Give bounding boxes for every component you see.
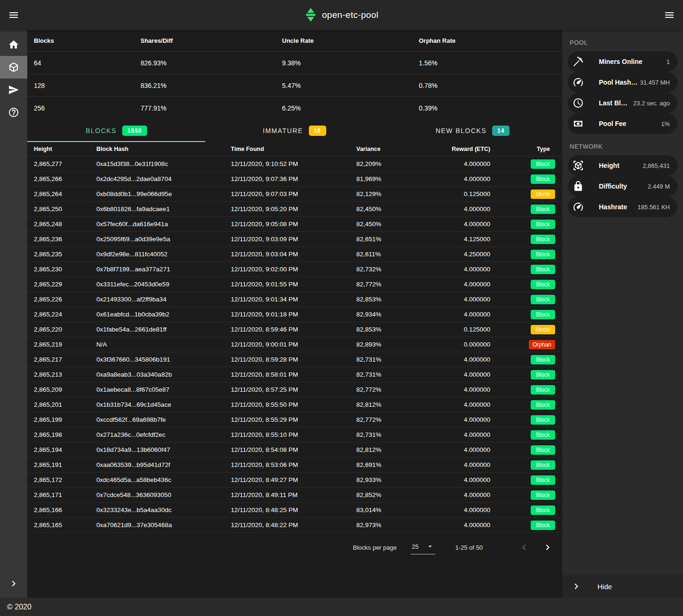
per-page-select[interactable]: 25 <box>411 540 435 554</box>
block-hash: 0xa70621d9...37e305468a <box>96 521 231 529</box>
block-height: 2,865,217 <box>34 356 96 363</box>
block-type-badge: Block <box>531 521 555 530</box>
block-height: 2,865,220 <box>34 326 96 333</box>
block-row: 2,865,2010x1b31b734...69c1d45ace12/11/20… <box>27 397 562 412</box>
block-reward: 4.250000 <box>441 251 490 258</box>
block-row: 2,865,2660x2dc4295d...2dae0a870412/11/20… <box>27 172 562 187</box>
help-icon <box>8 107 19 118</box>
tab-count-badge: 16 <box>309 126 326 136</box>
stats-row: 64826.93%9.38%1.56% <box>27 52 562 74</box>
block-variance: 82,893% <box>356 341 441 348</box>
block-row: 2,865,2170x3f367660...345806b19112/11/20… <box>27 352 562 367</box>
menu-button-right[interactable] <box>664 9 675 21</box>
block-row: 2,865,1720xdc465d5a...a58beb436c12/11/20… <box>27 473 562 488</box>
tab-label: NEW BLOCKS <box>436 127 487 134</box>
menu-button-left[interactable] <box>8 9 19 21</box>
pagination-range: 1-25 of 50 <box>455 544 483 551</box>
block-row: 2,865,1650xa70621d9...37e305468a12/11/20… <box>27 518 562 533</box>
block-hash: 0x9df2e98e...811fc40052 <box>96 251 231 258</box>
tab-immature[interactable]: IMMATURE16 <box>205 119 384 142</box>
block-time: 12/11/2020, 9:05:08 PM <box>231 221 356 228</box>
network-stat-height: Height2,865,431 <box>568 155 677 176</box>
block-type-badge: Block <box>531 250 555 259</box>
block-row: 2,865,1710x7cdce548...363609305012/11/20… <box>27 488 562 503</box>
block-type-badge: Block <box>531 445 555 455</box>
block-type-badge: Block <box>531 385 555 395</box>
block-time: 12/11/2020, 8:59:46 PM <box>231 326 356 333</box>
block-height: 2,865,230 <box>34 266 96 273</box>
stat-value: 2.449 M <box>648 183 670 190</box>
hamburger-icon <box>664 9 675 21</box>
stat-label: Last Block Fo… <box>599 99 631 107</box>
block-reward: 0.000000 <box>441 341 490 348</box>
block-reward: 4.000000 <box>441 266 490 273</box>
block-reward: 4.000000 <box>441 521 490 529</box>
block-time: 12/11/2020, 9:10:52 PM <box>231 160 356 167</box>
sidebar-item-payments[interactable] <box>0 79 27 101</box>
block-variance: 82,129% <box>356 190 441 197</box>
stat-label: Hashrate <box>599 203 636 211</box>
block-hash: 0x2dc4295d...2dae0a8704 <box>96 175 231 182</box>
stats-cell: 9.38% <box>282 59 419 67</box>
block-height: 2,865,172 <box>34 476 96 483</box>
blocks-header-height: Height <box>34 146 96 152</box>
blocks-header-variance: Variance <box>356 146 441 152</box>
block-height: 2,865,171 <box>34 491 96 498</box>
stats-cell: 256 <box>34 104 141 112</box>
block-type-badge: Block <box>531 505 555 515</box>
stat-value: 1% <box>661 120 670 127</box>
block-time: 12/11/2020, 8:49:27 PM <box>231 476 356 483</box>
sidebar-item-home[interactable] <box>0 33 27 56</box>
block-reward: 4.000000 <box>441 356 490 363</box>
block-height: 2,865,219 <box>34 341 96 348</box>
block-reward: 4.000000 <box>441 160 490 167</box>
hide-sidebar-button[interactable]: Hide <box>562 575 683 598</box>
copyright: © 2020 <box>7 603 31 611</box>
block-time: 12/11/2020, 9:01:55 PM <box>231 281 356 288</box>
stat-value: 185.561 KH <box>637 204 670 211</box>
left-sidebar <box>0 30 27 598</box>
block-row: 2,865,2640xb08dd0b1...99e066d95e12/11/20… <box>27 187 562 202</box>
block-height: 2,865,213 <box>34 371 96 378</box>
tab-new-blocks[interactable]: NEW BLOCKS14 <box>384 119 562 142</box>
block-height: 2,865,166 <box>34 506 96 513</box>
previous-page-button[interactable] <box>518 542 530 553</box>
block-time: 12/11/2020, 9:03:04 PM <box>231 251 356 258</box>
block-row: 2,865,2350x9df2e98e...811fc4005212/11/20… <box>27 247 562 262</box>
block-reward: 4.000000 <box>441 386 490 393</box>
block-variance: 82,731% <box>356 431 441 438</box>
stats-cell: 5.47% <box>282 82 419 89</box>
stat-label: Pool Fee <box>599 120 659 127</box>
block-hash: 0x6b801826...fa9adcaee1 <box>96 205 231 213</box>
next-page-button[interactable] <box>542 542 553 553</box>
block-height: 2,865,198 <box>34 431 96 438</box>
main-content: Blocks Shares/Diff Uncle Rate Orphan Rat… <box>27 30 562 598</box>
block-reward: 4.000000 <box>441 401 490 408</box>
block-reward: 4.000000 <box>441 221 490 228</box>
cube-scan-icon <box>573 160 584 171</box>
tab-blocks[interactable]: BLOCKS1558 <box>27 119 205 142</box>
sidebar-expand-button[interactable] <box>0 578 27 589</box>
dropdown-arrow-icon <box>426 542 434 551</box>
block-hash: 0x18d734a9...13b6060f47 <box>96 446 231 453</box>
sidebar-item-blocks[interactable] <box>0 56 27 79</box>
stats-cell: 128 <box>34 82 141 89</box>
block-hash: 0x7b8f7199...aea377a271 <box>96 266 231 273</box>
blocks-header-type: Type <box>490 146 555 152</box>
block-reward: 4.000000 <box>441 476 490 483</box>
block-hash: 0x1fabe54a...2661de81ff <box>96 326 231 333</box>
block-type-badge: Block <box>531 265 555 274</box>
block-variance: 82,731% <box>356 356 441 363</box>
block-type-badge: Block <box>531 280 555 289</box>
block-height: 2,865,264 <box>34 190 96 197</box>
block-time: 12/11/2020, 9:07:36 PM <box>231 175 356 182</box>
stat-value: 1 <box>667 58 670 65</box>
block-variance: 82,812% <box>356 401 441 408</box>
block-reward: 4.000000 <box>441 205 490 213</box>
stat-label: Difficulty <box>599 182 646 190</box>
sidebar-item-help[interactable] <box>0 101 27 124</box>
block-hash: 0x1b31b734...69c1d45ace <box>96 401 231 408</box>
block-hash: 0xa15d3f38...0e31f1908c <box>96 160 231 167</box>
block-row: 2,865,2090x1aebeca8...8f67c05e8712/11/20… <box>27 382 562 397</box>
block-row: 2,865,2240x61eabfcd...1b0cba39b212/11/20… <box>27 307 562 322</box>
